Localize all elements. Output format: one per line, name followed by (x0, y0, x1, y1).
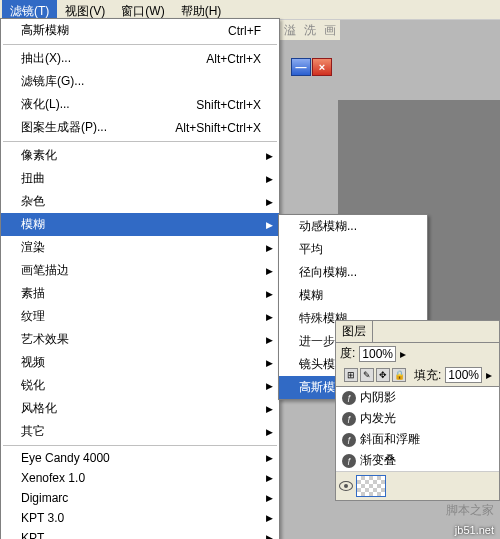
menu-stylize[interactable]: 风格化▶ (1, 397, 279, 420)
menu-last-filter[interactable]: 高斯模糊Ctrl+F (1, 19, 279, 42)
chevron-right-icon: ▶ (266, 266, 273, 276)
menu-separator (3, 445, 277, 446)
chevron-right-icon: ▶ (266, 404, 273, 414)
chevron-right-icon: ▶ (266, 493, 273, 503)
chevron-right-icon: ▶ (266, 381, 273, 391)
chevron-right-icon: ▶ (266, 513, 273, 523)
chevron-right-icon: ▶ (266, 335, 273, 345)
toolbar-frag-c: 画 (324, 22, 336, 39)
chevron-right-icon: ▶ (266, 220, 273, 230)
submenu-blur[interactable]: 模糊 (279, 284, 427, 307)
fx-icon: ƒ (342, 412, 356, 426)
fx-gradient-overlay[interactable]: ƒ渐变叠 (336, 450, 499, 471)
chevron-right-icon: ▶ (266, 427, 273, 437)
lock-transparency-icon[interactable]: ⊞ (344, 368, 358, 382)
toolbar-frag-b: 洗 (304, 22, 316, 39)
layer-effects-list: ƒ内阴影 ƒ内发光 ƒ斜面和浮雕 ƒ渐变叠 (336, 386, 499, 471)
menu-distort[interactable]: 扭曲▶ (1, 167, 279, 190)
menu-pixelate[interactable]: 像素化▶ (1, 144, 279, 167)
layers-panel: 图层 度: 100%▸ ⊞ ✎ ✥ 🔒 填充: 100%▸ ƒ内阴影 ƒ内发光 … (335, 320, 500, 501)
layers-tab[interactable]: 图层 (336, 321, 373, 342)
filter-menu-dropdown: 高斯模糊Ctrl+F 抽出(X)...Alt+Ctrl+X 滤镜库(G)... … (0, 18, 280, 539)
menu-filter-gallery[interactable]: 滤镜库(G)... (1, 70, 279, 93)
menu-artistic[interactable]: 艺术效果▶ (1, 328, 279, 351)
layer-row[interactable] (336, 471, 499, 500)
menu-separator (3, 44, 277, 45)
fx-icon: ƒ (342, 454, 356, 468)
menu-blur[interactable]: 模糊▶ (1, 213, 279, 236)
opacity-value[interactable]: 100% (359, 346, 396, 362)
menu-extract[interactable]: 抽出(X)...Alt+Ctrl+X (1, 47, 279, 70)
watermark-text: 脚本之家 (446, 502, 494, 519)
chevron-right-icon: ▶ (266, 312, 273, 322)
chevron-right-icon: ▶ (266, 358, 273, 368)
fx-inner-shadow[interactable]: ƒ内阴影 (336, 387, 499, 408)
fx-bevel-emboss[interactable]: ƒ斜面和浮雕 (336, 429, 499, 450)
visibility-eye-icon[interactable] (339, 481, 353, 491)
toolbar-fragment: 溢 洗 画 (280, 20, 340, 40)
menu-noise[interactable]: 杂色▶ (1, 190, 279, 213)
layer-thumbnail[interactable] (356, 475, 386, 497)
menu-digimarc[interactable]: Digimarc▶ (1, 488, 279, 508)
watermark-site: jb51.net (455, 524, 494, 536)
minimize-button[interactable]: — (291, 58, 311, 76)
menu-separator (3, 141, 277, 142)
menu-brush-strokes[interactable]: 画笔描边▶ (1, 259, 279, 282)
chevron-right-icon: ▶ (266, 243, 273, 253)
menu-texture[interactable]: 纹理▶ (1, 305, 279, 328)
menu-sharpen[interactable]: 锐化▶ (1, 374, 279, 397)
submenu-average[interactable]: 平均 (279, 238, 427, 261)
chevron-right-icon: ▶ (266, 174, 273, 184)
menubar: 滤镜(T) 视图(V) 窗口(W) 帮助(H) (0, 0, 500, 20)
close-button[interactable]: × (312, 58, 332, 76)
lock-all-icon[interactable]: 🔒 (392, 368, 406, 382)
lock-icons: ⊞ ✎ ✥ 🔒 (340, 366, 410, 384)
menu-video[interactable]: 视频▶ (1, 351, 279, 374)
fill-value[interactable]: 100% (445, 367, 482, 383)
window-controls: — × (290, 58, 332, 76)
menu-other[interactable]: 其它▶ (1, 420, 279, 443)
menu-window[interactable]: 窗口(W) (113, 0, 172, 19)
menu-kpt[interactable]: KPT▶ (1, 528, 279, 539)
chevron-right-icon: ▶ (266, 453, 273, 463)
menu-pattern-maker[interactable]: 图案生成器(P)...Alt+Shift+Ctrl+X (1, 116, 279, 139)
fill-label: 填充: (414, 367, 441, 384)
lock-pixels-icon[interactable]: ✎ (360, 368, 374, 382)
menu-render[interactable]: 渲染▶ (1, 236, 279, 259)
chevron-right-icon[interactable]: ▸ (486, 368, 492, 382)
menu-help[interactable]: 帮助(H) (173, 0, 230, 19)
menu-eye-candy[interactable]: Eye Candy 4000▶ (1, 448, 279, 468)
chevron-right-icon: ▶ (266, 533, 273, 539)
opacity-label: 度: (340, 345, 355, 362)
menu-xenofex[interactable]: Xenofex 1.0▶ (1, 468, 279, 488)
fx-icon: ƒ (342, 433, 356, 447)
menu-kpt3[interactable]: KPT 3.0▶ (1, 508, 279, 528)
chevron-right-icon[interactable]: ▸ (400, 347, 406, 361)
submenu-radial-blur[interactable]: 径向模糊... (279, 261, 427, 284)
lock-position-icon[interactable]: ✥ (376, 368, 390, 382)
fx-inner-glow[interactable]: ƒ内发光 (336, 408, 499, 429)
submenu-motion-blur[interactable]: 动感模糊... (279, 215, 427, 238)
chevron-right-icon: ▶ (266, 151, 273, 161)
menu-sketch[interactable]: 素描▶ (1, 282, 279, 305)
chevron-right-icon: ▶ (266, 197, 273, 207)
chevron-right-icon: ▶ (266, 473, 273, 483)
fx-icon: ƒ (342, 391, 356, 405)
menu-view[interactable]: 视图(V) (57, 0, 113, 19)
menu-liquify[interactable]: 液化(L)...Shift+Ctrl+X (1, 93, 279, 116)
chevron-right-icon: ▶ (266, 289, 273, 299)
menu-filter[interactable]: 滤镜(T) (2, 0, 57, 19)
toolbar-frag-a: 溢 (284, 22, 296, 39)
